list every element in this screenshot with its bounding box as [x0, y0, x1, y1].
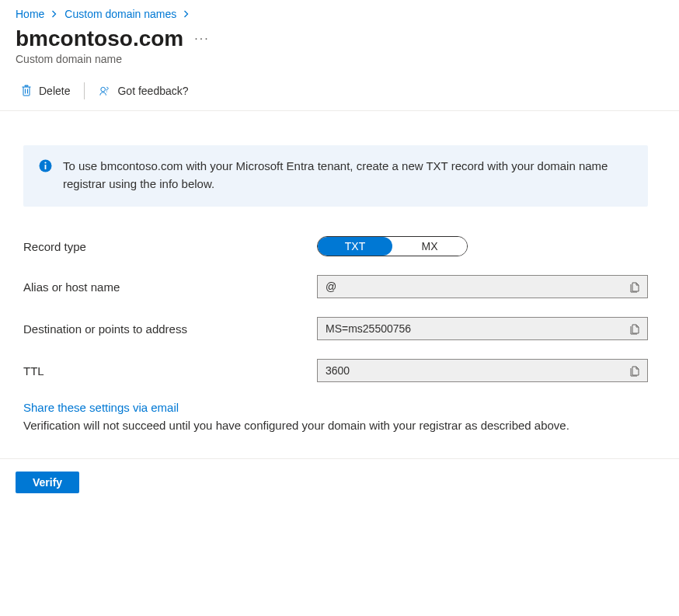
command-divider [84, 82, 85, 99]
breadcrumb-home[interactable]: Home [16, 8, 44, 20]
copy-icon[interactable] [622, 276, 647, 298]
verification-help-text: Verification will not succeed until you … [23, 417, 648, 435]
command-bar: Delete Got feedback? [0, 71, 679, 111]
page-title: bmcontoso.com [16, 26, 183, 51]
svg-point-4 [44, 162, 46, 163]
alias-field [317, 275, 648, 298]
alias-value[interactable] [318, 280, 622, 293]
destination-value[interactable] [318, 322, 622, 335]
footer-bar: Verify [0, 458, 679, 506]
feedback-icon [99, 85, 111, 97]
svg-rect-3 [45, 165, 47, 169]
record-type-label: Record type [23, 240, 317, 253]
svg-point-1 [106, 91, 107, 92]
info-banner: To use bmcontoso.com with your Microsoft… [23, 145, 648, 207]
destination-field [317, 317, 648, 340]
copy-icon[interactable] [622, 360, 647, 381]
record-type-toggle[interactable]: TXT MX [317, 236, 468, 256]
svg-point-0 [101, 87, 106, 92]
verify-button[interactable]: Verify [16, 472, 79, 493]
chevron-right-icon [183, 8, 190, 20]
more-actions-icon[interactable]: ··· [194, 32, 209, 46]
ttl-label: TTL [23, 364, 317, 378]
info-icon [39, 159, 52, 175]
copy-icon[interactable] [622, 318, 647, 339]
record-type-txt-option[interactable]: TXT [318, 237, 392, 256]
ttl-value[interactable] [318, 364, 622, 377]
delete-label: Delete [39, 85, 70, 97]
destination-label: Destination or points to address [23, 322, 317, 336]
ttl-field [317, 359, 648, 382]
share-email-link[interactable]: Share these settings via email [23, 401, 179, 414]
feedback-label: Got feedback? [117, 85, 188, 97]
alias-label: Alias or host name [23, 280, 317, 294]
page-subtitle: Custom domain name [16, 53, 663, 65]
delete-button[interactable]: Delete [20, 85, 70, 97]
record-type-mx-option[interactable]: MX [392, 237, 467, 256]
trash-icon [20, 85, 33, 97]
info-banner-text: To use bmcontoso.com with your Microsoft… [63, 158, 632, 193]
breadcrumb-custom-domains[interactable]: Custom domain names [64, 8, 176, 20]
feedback-button[interactable]: Got feedback? [99, 85, 188, 97]
chevron-right-icon [50, 8, 58, 20]
breadcrumb: Home Custom domain names [0, 0, 679, 26]
